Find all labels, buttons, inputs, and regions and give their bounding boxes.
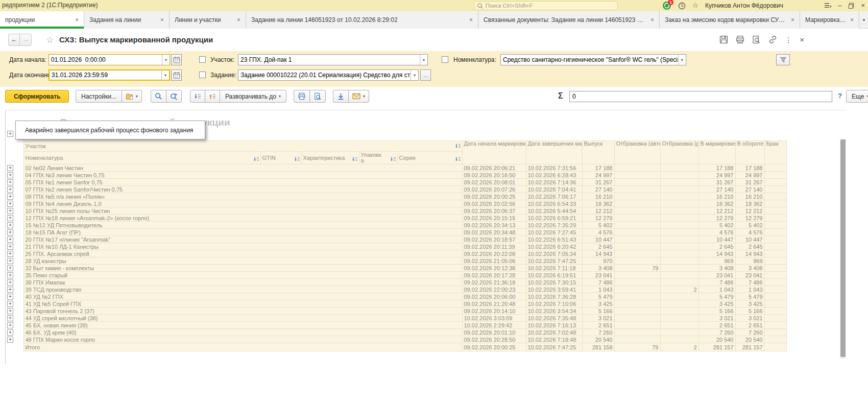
- expand-groups-button[interactable]: [205, 90, 220, 103]
- tab-close-icon[interactable]: ×: [160, 16, 164, 23]
- column-header-v-oborote[interactable]: В обороте: [735, 141, 764, 164]
- tab-close-icon[interactable]: ×: [237, 16, 240, 23]
- expand-to-button[interactable]: Разворачивать до▾: [220, 90, 286, 103]
- row-expander[interactable]: +: [7, 287, 13, 293]
- tab-overflow-button[interactable]: ▾: [859, 11, 868, 29]
- zadanie-select-button[interactable]: ...: [420, 69, 431, 81]
- column-header-otbrakovka-ruchnaya[interactable]: Отбраковка (ручная): [660, 141, 698, 164]
- more-actions-icon[interactable]: ⋮: [785, 36, 792, 44]
- nomenklatura-input[interactable]: Средство санитарно-гигиеническое "Sanfor…: [500, 54, 686, 65]
- generate-button[interactable]: Сформировать: [5, 90, 69, 103]
- discussions-button[interactable]: 1: [662, 1, 671, 10]
- row-expander[interactable]: +: [7, 308, 13, 314]
- forward-button[interactable]: →: [20, 34, 31, 45]
- column-header-date-start[interactable]: Дата начала маркировки: [462, 141, 526, 164]
- history-icon[interactable]: [678, 2, 686, 10]
- print-button[interactable]: [294, 90, 310, 103]
- tab-close-icon[interactable]: ×: [650, 16, 654, 23]
- save-icon[interactable]: [719, 35, 728, 44]
- uchastok-checkbox[interactable]: [199, 56, 206, 63]
- row-expander[interactable]: +: [7, 337, 13, 343]
- print-preview-button[interactable]: [309, 90, 326, 103]
- filter-settings-button[interactable]: [776, 54, 790, 65]
- row-expander[interactable]: +: [7, 272, 13, 278]
- tab[interactable]: Задание на линии 146051923 от 10.02.2026…: [246, 11, 478, 29]
- sort-icon[interactable]: [455, 157, 461, 162]
- date-start-calendar-button[interactable]: [171, 54, 182, 65]
- row-expander[interactable]: +: [7, 279, 13, 286]
- report-group-expander[interactable]: +: [7, 128, 13, 137]
- sort-icon[interactable]: [455, 144, 461, 149]
- tab-close-icon[interactable]: ×: [791, 16, 794, 23]
- nomenklatura-dropdown-icon[interactable]: ▾: [678, 55, 686, 65]
- sort-icon[interactable]: [294, 157, 300, 162]
- row-expander[interactable]: +: [7, 301, 13, 307]
- main-menu-icon[interactable]: ☰▾: [824, 2, 831, 9]
- vertical-scrollbar-thumb[interactable]: [840, 139, 846, 357]
- tab[interactable]: Задания на линии ×: [84, 11, 170, 29]
- favorites-star-icon[interactable]: ☆: [692, 0, 698, 11]
- date-start-input[interactable]: 01.01.2026 0:00:00 ▾: [49, 54, 170, 65]
- tab[interactable]: Линии и участки ×: [170, 11, 246, 29]
- date-start-dropdown-icon[interactable]: ▾: [162, 55, 170, 65]
- uchastok-dropdown-icon[interactable]: ▾: [420, 55, 427, 65]
- zadanie-checkbox[interactable]: [199, 72, 206, 78]
- row-expander[interactable]: +: [7, 236, 13, 243]
- find-button[interactable]: [151, 90, 166, 103]
- column-header-kharakteristika[interactable]: Характеристика: [301, 152, 359, 164]
- link-icon[interactable]: [768, 35, 777, 44]
- autosum-field[interactable]: 0: [569, 91, 832, 102]
- preview-icon[interactable]: [752, 35, 761, 44]
- row-expander[interactable]: +: [7, 258, 13, 264]
- row-expander[interactable]: +: [7, 215, 13, 221]
- collapse-groups-button[interactable]: [190, 90, 205, 103]
- row-expander[interactable]: +: [7, 201, 13, 207]
- column-header-seriya[interactable]: Серия: [397, 152, 462, 164]
- row-expander[interactable]: +: [7, 172, 13, 178]
- global-search-input[interactable]: Поиск Ctrl+Shift+F: [474, 1, 618, 10]
- row-expander[interactable]: +: [7, 208, 13, 214]
- row-expander[interactable]: +: [7, 315, 13, 321]
- print-icon[interactable]: [736, 35, 744, 44]
- report-variants-button[interactable]: ▾: [122, 90, 142, 103]
- column-header-v-markirovke[interactable]: В маркировке: [698, 141, 735, 164]
- column-header-vypusk[interactable]: Выпуск: [582, 141, 614, 164]
- find-next-button[interactable]: [166, 90, 182, 103]
- zadanie-dropdown-icon[interactable]: ▾: [411, 70, 418, 80]
- zadanie-input[interactable]: Задание 000010222 (20.01 Сериализация) С…: [238, 69, 419, 81]
- tab[interactable]: продукции ×: [0, 11, 84, 29]
- settings-button[interactable]: Настройки...: [76, 90, 122, 103]
- tab[interactable]: Заказ на эмиссию кодов маркировки СУЗ 00…: [660, 11, 800, 29]
- sort-icon[interactable]: [352, 157, 358, 162]
- row-expander[interactable]: +: [7, 329, 13, 336]
- row-expander[interactable]: +: [7, 186, 13, 193]
- date-end-input[interactable]: 31.01.2026 23:59:59 ▾: [49, 69, 170, 81]
- close-window-button[interactable]: ×: [861, 0, 865, 11]
- minimize-button[interactable]: –: [838, 0, 841, 11]
- save-report-button[interactable]: [333, 90, 349, 103]
- column-header-brak[interactable]: Брак: [764, 141, 786, 164]
- uchastok-input[interactable]: 23 ГПХ. Дой-пак 1 ▾: [238, 54, 428, 65]
- column-header-upakovka[interactable]: Упаковка: [359, 152, 397, 164]
- nomenklatura-checkbox[interactable]: [442, 56, 448, 63]
- column-header-gtin[interactable]: GTIN: [260, 152, 301, 164]
- column-header-nomenklatura[interactable]: Номенклатура: [23, 152, 260, 164]
- column-header-otbrakovka-avto[interactable]: Отбраковка (авто): [614, 141, 660, 164]
- date-end-calendar-button[interactable]: [171, 69, 182, 81]
- row-expander[interactable]: +: [7, 244, 13, 250]
- row-expander[interactable]: +: [7, 265, 13, 271]
- tab-close-icon[interactable]: ×: [850, 16, 854, 23]
- tab-close-icon[interactable]: ×: [75, 16, 79, 23]
- row-expander[interactable]: +: [7, 222, 13, 228]
- row-expander[interactable]: +: [7, 179, 13, 185]
- row-expander[interactable]: +: [7, 322, 13, 328]
- more-button[interactable]: Еще▾: [846, 90, 868, 103]
- send-email-button[interactable]: ▾: [348, 90, 369, 103]
- row-expander[interactable]: +: [7, 229, 13, 235]
- tab[interactable]: Связанные документы: Задание на линии 14…: [478, 11, 660, 29]
- sort-icon[interactable]: [390, 157, 396, 162]
- row-expander[interactable]: +: [7, 165, 13, 171]
- sort-icon[interactable]: [253, 157, 259, 162]
- back-button[interactable]: ←: [9, 34, 20, 45]
- close-form-icon[interactable]: ×: [800, 35, 804, 44]
